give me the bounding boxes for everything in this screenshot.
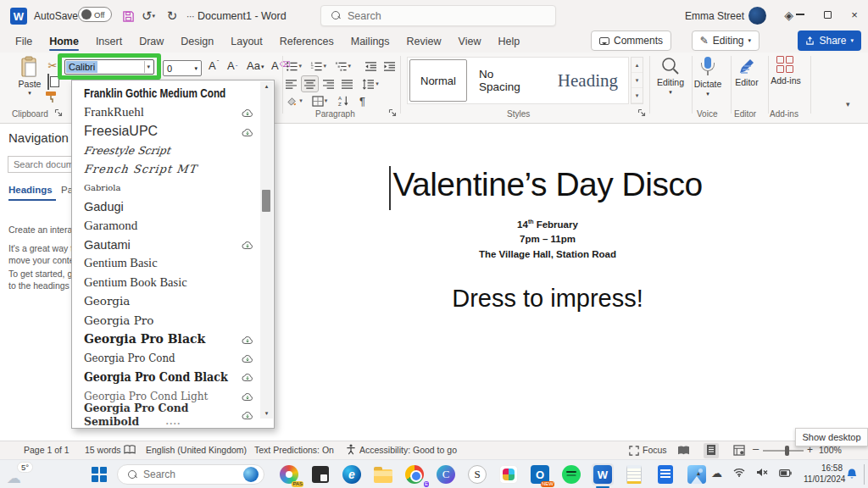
- word-app-icon[interactable]: W: [592, 463, 614, 485]
- ribbon-tab-view[interactable]: View: [450, 32, 490, 51]
- copy-button[interactable]: [47, 75, 49, 90]
- paint-app-icon[interactable]: PAS: [278, 463, 300, 485]
- addins-button[interactable]: Add-ins: [766, 56, 805, 105]
- search-bar[interactable]: [320, 5, 556, 26]
- canva-app-icon[interactable]: C: [435, 463, 457, 485]
- increase-indent-button[interactable]: [381, 58, 398, 74]
- taskbar-search-input[interactable]: [143, 469, 236, 480]
- bullets-button[interactable]: ▾: [286, 58, 302, 74]
- change-case-button[interactable]: Aa▾: [247, 59, 264, 72]
- word-count[interactable]: 15 words: [85, 445, 121, 455]
- font-option[interactable]: Gentium Book Basic: [72, 273, 260, 291]
- line-spacing-button[interactable]: ▾: [359, 76, 381, 92]
- ribbon-tab-mailings[interactable]: Mailings: [342, 32, 398, 51]
- font-option[interactable]: Georgia: [72, 291, 260, 310]
- task-view-app-icon[interactable]: [309, 463, 331, 485]
- proofing-book-icon[interactable]: [124, 444, 136, 457]
- ribbon-tab-references[interactable]: References: [271, 32, 342, 51]
- notepad-app-icon[interactable]: [623, 463, 645, 485]
- ribbon-tab-insert[interactable]: Insert: [87, 32, 131, 51]
- start-button[interactable]: [92, 467, 107, 482]
- word-logo-icon[interactable]: W: [10, 8, 27, 25]
- borders-button[interactable]: ▾: [309, 93, 331, 108]
- undo-button[interactable]: ↺▾: [139, 7, 158, 25]
- font-option[interactable]: Georgia Pro Cond Black: [72, 367, 260, 385]
- restore-button[interactable]: [814, 0, 841, 29]
- editor-button[interactable]: Editor: [727, 56, 766, 105]
- font-option[interactable]: Freestyle Script: [72, 141, 260, 159]
- scroll-down-icon[interactable]: ▾: [260, 410, 273, 417]
- grow-font-button[interactable]: Aˆ: [209, 59, 219, 72]
- volume-muted-icon[interactable]: [756, 468, 768, 480]
- minimize-button[interactable]: [787, 0, 814, 29]
- language-indicator[interactable]: English (United Kingdom): [146, 445, 247, 455]
- chevron-down-icon[interactable]: ▾: [144, 61, 152, 73]
- user-name[interactable]: Emma Street: [685, 10, 744, 22]
- taskbar-clock[interactable]: 16:58 11/01/2024: [804, 463, 843, 485]
- ribbon-tab-review[interactable]: Review: [398, 32, 450, 51]
- style-heading[interactable]: Heading: [548, 58, 628, 103]
- outlook-app-icon[interactable]: ONEW: [529, 463, 551, 485]
- shading-button[interactable]: ▾: [283, 93, 305, 108]
- justify-button[interactable]: [339, 76, 355, 92]
- align-right-button[interactable]: [320, 76, 337, 92]
- tray-chevron-up-icon[interactable]: ▴: [697, 468, 700, 480]
- sort-button[interactable]: AZ: [336, 93, 352, 108]
- document-page[interactable]: Valentine’s Day Disco 14th February 7pm …: [278, 124, 817, 441]
- accessibility-status[interactable]: Accessibility: Good to go: [359, 445, 457, 455]
- search-input[interactable]: [348, 10, 517, 22]
- ribbon-tab-home[interactable]: Home: [41, 32, 87, 51]
- font-option[interactable]: FreesiaUPC: [72, 122, 260, 141]
- paragraph-dialog-launcher[interactable]: [388, 108, 398, 118]
- zoom-slider-track[interactable]: [763, 450, 804, 452]
- font-option[interactable]: Gabriola: [72, 178, 260, 197]
- scroll-up-icon[interactable]: ▴: [260, 83, 273, 90]
- styles-dialog-launcher[interactable]: [637, 108, 647, 118]
- font-option[interactable]: Franklin Gothic Medium Cond: [72, 84, 260, 103]
- redo-button[interactable]: ↻: [163, 7, 181, 25]
- save-button[interactable]: [119, 7, 137, 25]
- dropdown-resize-handle[interactable]: ••••: [72, 420, 275, 428]
- read-mode-button[interactable]: [675, 444, 693, 458]
- font-size-combo[interactable]: 0 ▾: [163, 60, 202, 76]
- edge-browser-icon[interactable]: e: [341, 463, 363, 485]
- font-option[interactable]: Georgia Pro Cond: [72, 348, 260, 367]
- show-hide-marks-button[interactable]: ¶: [354, 93, 370, 108]
- font-name-combo[interactable]: Calibri ▾: [64, 59, 154, 75]
- paste-button[interactable]: Paste ▾: [12, 56, 47, 108]
- text-predictions[interactable]: Text Predictions: On: [254, 445, 334, 455]
- decrease-indent-button[interactable]: [363, 58, 379, 74]
- dictate-button[interactable]: Dictate ▾: [688, 56, 727, 105]
- wifi-icon[interactable]: [733, 468, 745, 480]
- ribbon-tab-help[interactable]: Help: [489, 32, 528, 51]
- shrink-font-button[interactable]: Aˇ: [227, 59, 237, 72]
- editing-button[interactable]: Editing ▾: [651, 56, 690, 105]
- font-option[interactable]: Gadugi: [72, 197, 260, 216]
- avatar[interactable]: [748, 7, 766, 25]
- zoom-slider-thumb[interactable]: [785, 446, 789, 456]
- style-normal[interactable]: Normal: [409, 59, 467, 102]
- slack-app-icon[interactable]: [498, 463, 520, 485]
- font-option[interactable]: Garamond: [72, 216, 260, 235]
- gallery-up-icon[interactable]: ▴: [632, 58, 643, 73]
- spotify-app-icon[interactable]: [560, 463, 582, 485]
- style-no-spacing[interactable]: No Spacing: [469, 58, 548, 103]
- ribbon-tab-layout[interactable]: Layout: [222, 32, 271, 51]
- ribbon-tab-draw[interactable]: Draw: [131, 32, 172, 51]
- font-option[interactable]: FrankRuehl: [72, 103, 260, 121]
- comments-button[interactable]: Comments: [591, 30, 671, 51]
- zoom-out-button[interactable]: –: [753, 442, 759, 455]
- show-desktop-strip[interactable]: [864, 464, 865, 485]
- font-option[interactable]: French Script MT: [72, 159, 260, 178]
- share-button[interactable]: Share ▾: [798, 30, 861, 51]
- font-option[interactable]: Georgia Pro Black: [72, 330, 260, 348]
- align-left-button[interactable]: [283, 76, 299, 92]
- page-indicator[interactable]: Page 1 of 1: [24, 445, 70, 455]
- font-option[interactable]: Georgia Pro: [72, 311, 260, 330]
- font-list-scrollbar[interactable]: ▴ ▾: [260, 81, 273, 419]
- file-explorer-icon[interactable]: [372, 463, 394, 485]
- font-option[interactable]: Gentium Basic: [72, 254, 260, 273]
- clipboard-dialog-launcher[interactable]: [54, 108, 64, 118]
- document-app-icon[interactable]: [654, 463, 676, 485]
- notification-bell-icon[interactable]: [846, 468, 858, 484]
